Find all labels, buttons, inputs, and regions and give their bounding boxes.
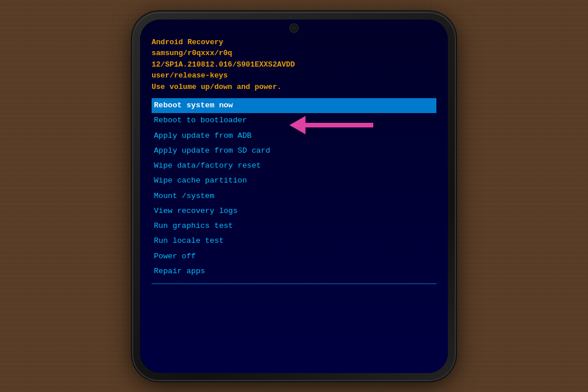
menu-item-1[interactable]: Reboot to bootloader bbox=[152, 113, 436, 128]
menu-item-6[interactable]: Mount /system bbox=[152, 189, 436, 204]
menu-item-0[interactable]: Reboot system now bbox=[152, 98, 436, 113]
menu-item-8[interactable]: Run graphics test bbox=[152, 219, 436, 234]
header-line-3: 12/SP1A.210812.016/S901EXXS2AVDD bbox=[152, 59, 436, 71]
recovery-menu: Reboot system nowReboot to bootloaderApp… bbox=[152, 98, 436, 279]
menu-item-4[interactable]: Wipe data/factory reset bbox=[152, 158, 436, 173]
camera-notch bbox=[290, 24, 298, 32]
phone-screen-bezel: Android Recovery samsung/r0qxxx/r0q 12/S… bbox=[140, 20, 448, 373]
menu-item-9[interactable]: Run locale test bbox=[152, 234, 436, 249]
menu-item-7[interactable]: View recovery logs bbox=[152, 204, 436, 219]
header-line-4: user/release-keys bbox=[152, 70, 436, 81]
header-line-5: Use volume up/down and power. bbox=[152, 81, 436, 93]
menu-item-11[interactable]: Repair apps bbox=[152, 264, 436, 279]
recovery-header: Android Recovery samsung/r0qxxx/r0q 12/S… bbox=[152, 37, 436, 93]
android-recovery-screen: Android Recovery samsung/r0qxxx/r0q 12/S… bbox=[140, 20, 448, 373]
phone-device: Android Recovery samsung/r0qxxx/r0q 12/S… bbox=[133, 13, 455, 380]
menu-item-10[interactable]: Power off bbox=[152, 249, 436, 264]
menu-divider bbox=[152, 284, 436, 284]
header-line-1: Android Recovery bbox=[152, 37, 436, 48]
menu-item-5[interactable]: Wipe cache partition bbox=[152, 173, 436, 188]
header-line-2: samsung/r0qxxx/r0q bbox=[152, 48, 436, 59]
menu-item-3[interactable]: Apply update from SD card bbox=[152, 143, 436, 158]
menu-item-2[interactable]: Apply update from ADB bbox=[152, 129, 436, 143]
